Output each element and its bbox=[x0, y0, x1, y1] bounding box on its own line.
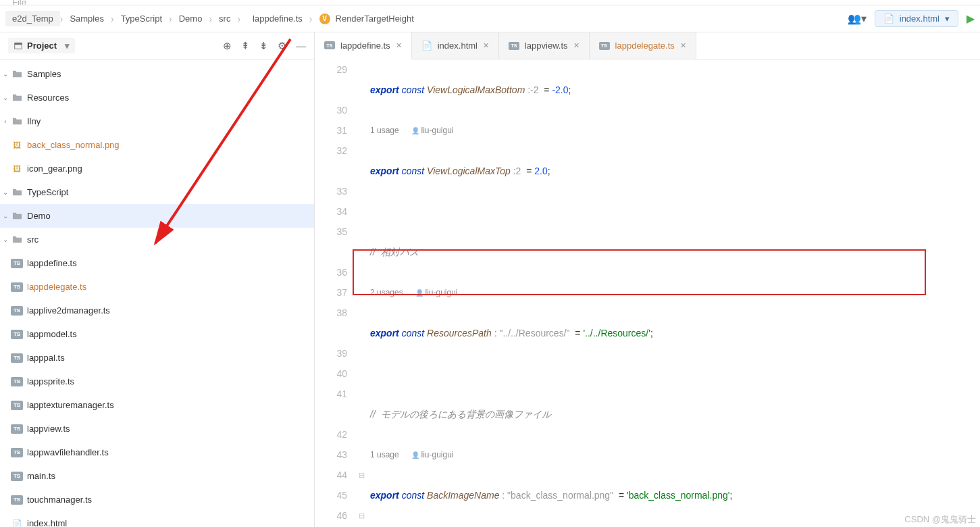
ts-icon bbox=[11, 330, 23, 339]
tree-folder[interactable]: ›Ilny bbox=[0, 109, 314, 133]
tab-index[interactable]: 📄index.html✕ bbox=[412, 32, 499, 59]
breadcrumb[interactable]: src bbox=[212, 11, 237, 26]
tree-file[interactable]: 🖼icon_gear.png bbox=[0, 157, 314, 180]
project-icon bbox=[14, 41, 23, 51]
html-icon: 📄 bbox=[11, 518, 23, 528]
breadcrumb[interactable]: Samples bbox=[63, 11, 111, 26]
tree-file[interactable]: lappmodel.ts bbox=[0, 322, 314, 346]
close-icon[interactable]: ✕ bbox=[573, 41, 579, 50]
collapse-icon[interactable]: ⇟ bbox=[259, 40, 268, 52]
folder-icon bbox=[11, 234, 23, 246]
close-icon[interactable]: ✕ bbox=[483, 41, 489, 50]
breadcrumb[interactable]: lappdefine.ts bbox=[240, 11, 309, 26]
run-config-selector[interactable]: 📄 index.html ▾ bbox=[875, 10, 958, 27]
svg-rect-1 bbox=[15, 43, 22, 45]
run-button[interactable]: ▶ bbox=[966, 12, 975, 25]
folder-icon bbox=[11, 210, 23, 222]
ts-icon bbox=[11, 282, 23, 292]
ts-icon bbox=[11, 259, 23, 268]
project-selector[interactable]: Project ▾ bbox=[8, 38, 75, 53]
close-icon[interactable]: ✕ bbox=[680, 41, 686, 50]
fold-column: ⊟⊟ bbox=[357, 59, 366, 527]
image-icon: 🖼 bbox=[11, 163, 23, 175]
ts-icon bbox=[11, 377, 23, 386]
breadcrumb-bar: e2d_Temp› Samples› TypeScript› Demo› src… bbox=[0, 5, 980, 32]
ts-icon bbox=[11, 448, 23, 457]
breadcrumb[interactable]: VRenderTargetHeight bbox=[313, 11, 421, 27]
tree-folder[interactable]: ⌄Samples bbox=[0, 62, 314, 86]
menubar: File bbox=[0, 0, 980, 5]
ts-icon bbox=[11, 353, 23, 363]
tree-file[interactable]: lappview.ts bbox=[0, 417, 314, 441]
gutter: 293031 323334 353637 383940 414243 44454… bbox=[315, 59, 357, 527]
code-editor[interactable]: 293031 323334 353637 383940 414243 44454… bbox=[315, 59, 980, 527]
breadcrumb[interactable]: e2d_Temp bbox=[5, 11, 60, 26]
tree-file[interactable]: lapppal.ts bbox=[0, 346, 314, 370]
ts-icon: TS bbox=[324, 41, 335, 49]
ts-icon bbox=[11, 306, 23, 316]
tab-lappdefine[interactable]: TSlappdefine.ts✕ bbox=[315, 32, 412, 59]
html-icon: 📄 bbox=[883, 14, 894, 24]
hide-icon[interactable]: — bbox=[296, 40, 306, 52]
close-icon[interactable]: ✕ bbox=[396, 41, 402, 50]
gear-icon[interactable]: ⚙ bbox=[278, 40, 286, 52]
breadcrumb[interactable]: Demo bbox=[172, 11, 209, 26]
people-icon[interactable]: 👥▾ bbox=[848, 12, 867, 25]
project-tree: ⌄Samples ⌄Resources ›Ilny 🖼back_class_no… bbox=[0, 59, 314, 527]
sidebar-header: Project ▾ ⊕ ⇞ ⇟ ⚙ — bbox=[0, 32, 314, 59]
breadcrumb[interactable]: TypeScript bbox=[114, 11, 169, 26]
ts-icon: TS bbox=[599, 42, 610, 50]
tree-file[interactable]: lapplive2dmanager.ts bbox=[0, 299, 314, 322]
project-sidebar: Project ▾ ⊕ ⇞ ⇟ ⚙ — ⌄Samples ⌄Resources … bbox=[0, 32, 315, 527]
tree-file[interactable]: lappsprite.ts bbox=[0, 370, 314, 393]
chevron-down-icon: ▾ bbox=[65, 41, 70, 51]
ts-icon: TS bbox=[509, 42, 519, 50]
code-content[interactable]: export const ViewLogicalMaxBottom :-2 = … bbox=[366, 59, 980, 527]
tree-file[interactable]: main.ts bbox=[0, 464, 314, 488]
tree-file[interactable]: lapptexturemanager.ts bbox=[0, 393, 314, 417]
ts-icon bbox=[11, 495, 23, 505]
tab-lappdelegate[interactable]: TSlappdelegate.ts✕ bbox=[590, 32, 696, 59]
editor-area: TSlappdefine.ts✕ 📄index.html✕ TSlappview… bbox=[315, 32, 980, 527]
tree-file[interactable]: lappdelegate.ts bbox=[0, 275, 314, 299]
folder-icon bbox=[11, 92, 23, 104]
tree-file[interactable]: lappwavfilehandler.ts bbox=[0, 441, 314, 464]
folder-icon bbox=[11, 68, 23, 80]
editor-tabs: TSlappdefine.ts✕ 📄index.html✕ TSlappview… bbox=[315, 32, 980, 59]
tree-file[interactable]: 📄index.html bbox=[0, 511, 314, 527]
ts-icon bbox=[11, 401, 23, 410]
tree-file[interactable]: 🖼back_class_normal.png bbox=[0, 133, 314, 157]
html-icon: 📄 bbox=[421, 41, 432, 51]
tree-folder[interactable]: ⌄Resources bbox=[0, 86, 314, 109]
chevron-down-icon: ▾ bbox=[945, 14, 950, 24]
tree-folder[interactable]: ⌄TypeScript bbox=[0, 180, 314, 204]
tree-folder[interactable]: ⌄Demo bbox=[0, 204, 314, 228]
folder-icon bbox=[11, 116, 23, 128]
select-opened-icon[interactable]: ⊕ bbox=[223, 40, 232, 52]
tree-file[interactable]: lappdefine.ts bbox=[0, 251, 314, 275]
image-icon: 🖼 bbox=[11, 139, 23, 151]
menu-file[interactable]: File bbox=[12, 0, 26, 5]
expand-icon[interactable]: ⇞ bbox=[241, 40, 250, 52]
variable-icon: V bbox=[319, 14, 330, 24]
tree-folder[interactable]: ⌄src bbox=[0, 228, 314, 251]
ts-icon bbox=[11, 472, 23, 481]
tree-file[interactable]: touchmanager.ts bbox=[0, 488, 314, 511]
watermark: CSDN @鬼鬼骑士 bbox=[904, 513, 976, 526]
folder-icon bbox=[11, 186, 23, 199]
tab-lappview[interactable]: TSlappview.ts✕ bbox=[499, 32, 590, 59]
ts-icon bbox=[11, 424, 23, 434]
